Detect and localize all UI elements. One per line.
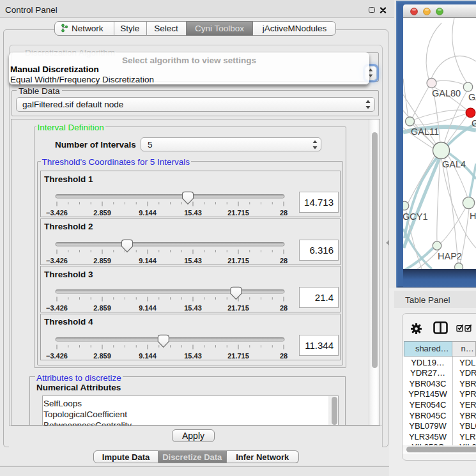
svg-text:2.859: 2.859 xyxy=(93,304,111,312)
svg-text:28: 28 xyxy=(280,257,288,265)
svg-text:15.43: 15.43 xyxy=(184,257,202,265)
svg-text:GAL11: GAL11 xyxy=(411,127,439,137)
svg-text:2.859: 2.859 xyxy=(93,352,111,360)
svg-text:−3.426: −3.426 xyxy=(46,257,68,265)
svg-text:15.43: 15.43 xyxy=(184,209,202,217)
svg-text:2.859: 2.859 xyxy=(93,257,111,265)
svg-text:GCY1: GCY1 xyxy=(403,211,428,222)
svg-text:2.859: 2.859 xyxy=(93,209,111,217)
svg-text:−3.426: −3.426 xyxy=(46,304,68,312)
svg-text:21.715: 21.715 xyxy=(227,209,249,217)
svg-text:28: 28 xyxy=(280,209,288,217)
svg-text:HAP2: HAP2 xyxy=(438,251,462,261)
svg-text:GA: GA xyxy=(468,92,476,102)
svg-text:GAL4: GAL4 xyxy=(442,159,466,169)
svg-text:H: H xyxy=(470,211,476,221)
svg-text:G: G xyxy=(472,118,476,128)
svg-text:28: 28 xyxy=(280,304,288,312)
svg-text:9.144: 9.144 xyxy=(139,257,157,265)
svg-text:9.144: 9.144 xyxy=(139,304,157,312)
svg-text:9.144: 9.144 xyxy=(139,209,157,217)
svg-text:GAL80: GAL80 xyxy=(432,88,461,98)
svg-text:15.43: 15.43 xyxy=(184,304,202,312)
svg-text:9.144: 9.144 xyxy=(139,352,157,360)
svg-text:21.715: 21.715 xyxy=(227,352,249,360)
svg-text:−3.426: −3.426 xyxy=(46,209,68,217)
svg-text:28: 28 xyxy=(280,352,288,360)
svg-text:15.43: 15.43 xyxy=(184,352,202,360)
svg-text:21.715: 21.715 xyxy=(227,257,249,265)
svg-text:21.715: 21.715 xyxy=(227,304,249,312)
svg-text:−3.426: −3.426 xyxy=(46,352,68,360)
